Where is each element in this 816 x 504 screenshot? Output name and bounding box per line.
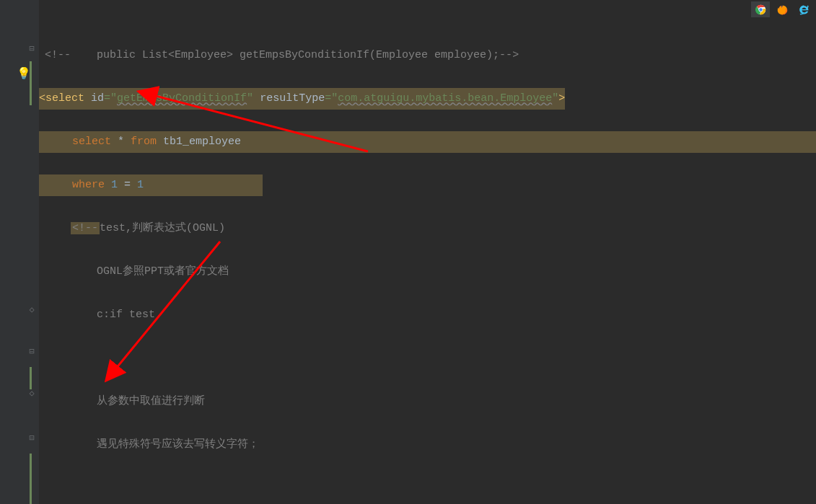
chrome-icon[interactable] [751, 1, 770, 17]
ie-icon[interactable] [794, 1, 813, 17]
sql-where: where [72, 179, 105, 191]
comment-open: <!-- [45, 49, 71, 61]
injection-strip-icon [30, 61, 32, 105]
comment-line: c:if test [97, 309, 155, 321]
injection-strip-icon [30, 367, 32, 389]
attr-resultType: resultType [260, 92, 325, 105]
code-editor[interactable]: ⊟ ◇ ⊟ ◇ ⊟ <!-- public List<Employee> get… [0, 0, 816, 504]
comment-line: 从参数中取值进行判断 [97, 395, 205, 407]
sql-star: * [118, 136, 124, 148]
comment-line: 遇见特殊符号应该去写转义字符； [97, 438, 259, 451]
injection-strip-icon [30, 454, 32, 504]
comment-open: <!-- [72, 222, 98, 234]
fold-marker-icon[interactable]: ◇ [27, 389, 36, 398]
attr-resultType-value: com.atguigu.mybatis.bean.Employee [338, 92, 552, 105]
code-text[interactable]: <!-- public List<Employee> getEmpsByCond… [39, 0, 816, 504]
sql-eq: = [124, 179, 131, 191]
browser-icons-tray [748, 0, 816, 19]
attr-id-value: getEmpsByConditionIf [117, 92, 247, 105]
attr-id: id [91, 92, 104, 105]
fold-marker-icon[interactable]: ⊟ [27, 434, 36, 443]
sql-num: 1 [137, 179, 144, 191]
sql-from: from [131, 136, 157, 148]
tag-close: > [558, 92, 565, 105]
fold-marker-icon[interactable]: ⊟ [27, 348, 36, 356]
sql-num: 1 [111, 179, 118, 191]
tag-punct: < [39, 92, 45, 105]
fold-marker-icon[interactable]: ⊟ [27, 45, 36, 53]
tag-select: select [45, 92, 84, 105]
fold-marker-icon[interactable]: ◇ [27, 306, 36, 314]
sql-select: select [72, 136, 111, 148]
comment-line: test,判断表达式(OGNL) [100, 222, 225, 234]
bulb-icon[interactable]: 💡 [17, 66, 31, 81]
comment-signature: public List<Employee> getEmpsByCondition… [97, 49, 519, 61]
firefox-icon[interactable] [773, 1, 791, 17]
comment-line: OGNL参照PPT或者官方文档 [97, 265, 229, 278]
sql-table: tb1_employee [163, 136, 241, 148]
